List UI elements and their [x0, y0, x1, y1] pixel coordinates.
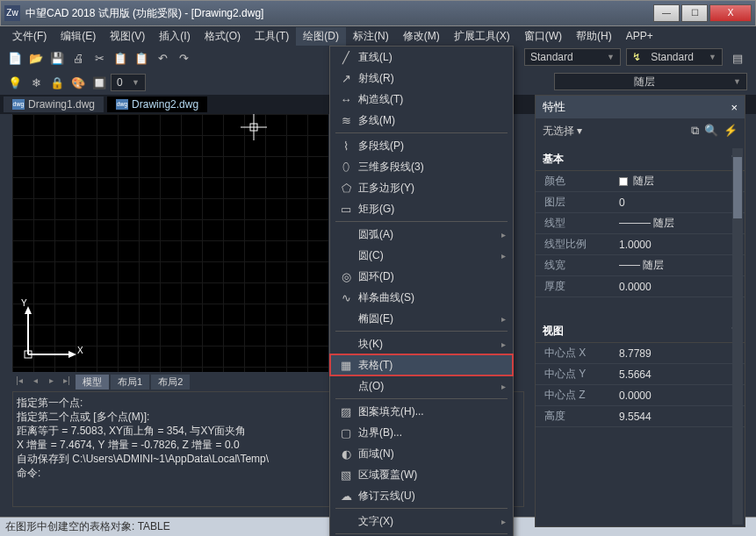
layer-combo[interactable]: 0▼ — [111, 74, 146, 91]
tool-icon[interactable]: ▤ — [728, 48, 747, 68]
layout-tab-1[interactable]: 布局1 — [111, 375, 149, 389]
menuitem-23[interactable]: ▧区域覆盖(W) — [330, 464, 513, 485]
menu-5[interactable]: 工具(T) — [248, 27, 296, 46]
prop-value[interactable]: 0 — [619, 197, 745, 209]
menu-0[interactable]: 文件(F) — [5, 27, 54, 46]
menuitem-5[interactable]: ⌇多段线(P) — [330, 135, 513, 156]
toolbtn-1[interactable]: 📂 — [26, 48, 46, 68]
prop-row[interactable]: 中心点 X8.7789 — [536, 343, 745, 364]
ucs-x-label: X — [77, 346, 83, 355]
prop-value[interactable]: 0.0000 — [619, 389, 745, 402]
menu-8[interactable]: 修改(M) — [396, 27, 447, 46]
pick-icon[interactable]: 🔍 — [704, 124, 718, 138]
quick-select-icon[interactable]: ⧉ — [691, 124, 699, 138]
layerbtn-3[interactable]: 🎨 — [68, 73, 88, 92]
prop-value[interactable]: 1.0000 — [619, 239, 745, 251]
toolbtn-7[interactable]: ↶ — [153, 48, 172, 68]
properties-scrollbar[interactable] — [732, 148, 743, 525]
menu-2[interactable]: 视图(V) — [103, 27, 152, 46]
prop-row[interactable]: 高度9.5544 — [536, 406, 745, 427]
prop-value[interactable]: 0.0000 — [619, 281, 745, 293]
combo-linetype[interactable]: 随层▼ — [554, 73, 747, 90]
prop-group-1[interactable]: 视图▾ — [536, 320, 745, 343]
menuitem-22[interactable]: ◐面域(N) — [330, 443, 513, 464]
prop-row[interactable]: 线宽—— 随层 — [536, 255, 745, 276]
prop-row[interactable]: 厚度0.0000 — [536, 276, 745, 297]
layerbtn-2[interactable]: 🔒 — [47, 73, 67, 92]
menu-7[interactable]: 标注(N) — [346, 27, 396, 46]
menuitem-1[interactable]: ↗射线(R) — [330, 68, 513, 89]
prop-value[interactable]: ——— 随层 — [619, 216, 745, 231]
toolbtn-8[interactable]: ↷ — [174, 48, 193, 68]
drawing-canvas[interactable]: Y X — [12, 114, 328, 372]
selection-combo[interactable]: 无选择 ▾ — [543, 124, 691, 139]
doctab-1[interactable]: dwgDrawing2.dwg — [107, 96, 207, 112]
layout-tab-0[interactable]: 模型 — [76, 375, 109, 389]
menuitem-21[interactable]: ▢边界(B)... — [330, 422, 513, 443]
toolbtn-2[interactable]: 💾 — [47, 48, 67, 68]
menuitem-18[interactable]: 点(O)▸ — [330, 375, 513, 397]
toolbtn-3[interactable]: 🖨 — [68, 48, 88, 68]
combo-dimstyle[interactable]: Standard▼ — [524, 48, 621, 66]
toolbtn-0[interactable]: 📄 — [5, 48, 25, 68]
prop-value[interactable]: 随层 — [619, 174, 745, 189]
svg-marker-6 — [68, 351, 76, 358]
close-button[interactable]: X — [709, 4, 752, 22]
layerbtn-4[interactable]: 🔲 — [90, 73, 109, 92]
prop-value[interactable]: —— 随层 — [619, 258, 745, 273]
menuitem-12[interactable]: ◎圆环(D) — [330, 266, 513, 287]
toolbtn-5[interactable]: 📋 — [111, 48, 130, 68]
menu-11[interactable]: 帮助(H) — [569, 27, 619, 46]
properties-close-icon[interactable]: × — [731, 101, 738, 114]
tab-nav-prev[interactable]: ◂ — [28, 375, 42, 389]
menuitem-0[interactable]: ╱直线(L) — [330, 46, 513, 68]
menuitem-3[interactable]: ≋多线(M) — [330, 110, 513, 131]
prop-row[interactable]: 线型比例1.0000 — [536, 234, 745, 255]
menuitem-8[interactable]: ▭矩形(G) — [330, 198, 513, 219]
menuitem-10[interactable]: 圆弧(A)▸ — [330, 224, 513, 245]
menuitem-24[interactable]: ☁修订云线(U) — [330, 485, 513, 506]
menuitem-26[interactable]: 文字(X)▸ — [330, 511, 513, 532]
combo-textstyle[interactable]: ↯Standard▼ — [626, 48, 723, 66]
menuitem-11[interactable]: 圆(C)▸ — [330, 245, 513, 266]
doctab-0[interactable]: dwgDrawing1.dwg — [4, 96, 104, 112]
prop-row[interactable]: 图层0 — [536, 192, 745, 213]
menuitem-14[interactable]: 椭圆(E)▸ — [330, 308, 513, 329]
menu-4[interactable]: 格式(O) — [198, 27, 248, 46]
prop-row[interactable]: 颜色随层 — [536, 171, 745, 192]
combo-textstyle-value: Standard — [651, 51, 694, 63]
minimize-button[interactable]: — — [653, 4, 680, 22]
layout-tab-2[interactable]: 布局2 — [151, 375, 190, 389]
menuitem-2[interactable]: ↔构造线(T) — [330, 89, 513, 110]
scrollbar-thumb[interactable] — [733, 157, 742, 218]
menuitem-16[interactable]: 块(K)▸ — [330, 333, 513, 354]
layerbtn-0[interactable]: 💡 — [5, 73, 25, 92]
layerbtn-1[interactable]: ❄ — [26, 73, 46, 92]
prop-row[interactable]: 线型——— 随层 — [536, 213, 745, 234]
prop-value[interactable]: 8.7789 — [619, 347, 745, 360]
tab-nav-next[interactable]: ▸ — [44, 375, 58, 389]
menuitem-17[interactable]: ▦表格(T) — [330, 354, 513, 375]
flash-icon[interactable]: ⚡ — [724, 124, 738, 138]
menu-1[interactable]: 编辑(E) — [54, 27, 103, 46]
tab-nav-first[interactable]: |◂ — [12, 375, 26, 389]
menu-10[interactable]: 窗口(W) — [517, 27, 569, 46]
menu-9[interactable]: 扩展工具(X) — [447, 27, 517, 46]
menuitem-13[interactable]: ∿样条曲线(S) — [330, 287, 513, 308]
toolbtn-6[interactable]: 📋 — [132, 48, 151, 68]
menu-12[interactable]: APP+ — [619, 28, 660, 44]
prop-row[interactable]: 中心点 Y5.5664 — [536, 364, 745, 385]
toolbtn-4[interactable]: ✂ — [90, 48, 109, 68]
prop-row[interactable]: 中心点 Z0.0000 — [536, 385, 745, 406]
maximize-button[interactable]: ☐ — [681, 4, 708, 22]
tab-nav-last[interactable]: ▸| — [60, 375, 74, 389]
prop-value[interactable]: 5.5664 — [619, 368, 745, 381]
menuitem-7[interactable]: ⬠正多边形(Y) — [330, 177, 513, 198]
menu-3[interactable]: 插入(I) — [152, 27, 197, 46]
menuitem-icon: ▧ — [337, 468, 355, 482]
menuitem-20[interactable]: ▨图案填充(H)... — [330, 401, 513, 422]
prop-value[interactable]: 9.5544 — [619, 411, 745, 423]
menuitem-6[interactable]: ⬯三维多段线(3) — [330, 156, 513, 177]
menu-6[interactable]: 绘图(D) — [296, 27, 346, 46]
prop-group-0[interactable]: 基本▾ — [536, 148, 745, 171]
